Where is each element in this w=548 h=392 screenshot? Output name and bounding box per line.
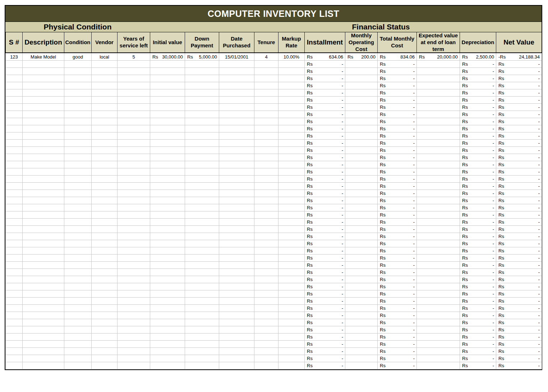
cell-depreciation[interactable]: Rs - xyxy=(460,233,496,240)
cell-condition[interactable] xyxy=(64,82,92,89)
cell-tenure[interactable] xyxy=(254,276,278,283)
cell-down-payment[interactable] xyxy=(185,362,219,369)
cell-years-of-service[interactable] xyxy=(118,89,150,96)
cell-serial[interactable] xyxy=(6,125,23,132)
cell-serial[interactable] xyxy=(6,290,23,297)
cell-condition[interactable] xyxy=(64,218,92,225)
cell-serial[interactable] xyxy=(6,204,23,211)
cell-depreciation[interactable]: Rs - xyxy=(460,211,496,218)
cell-markup-rate[interactable] xyxy=(278,254,305,261)
cell-years-of-service[interactable] xyxy=(118,182,150,190)
cell-net-value[interactable]: -Rs 24,188.34 xyxy=(496,53,542,60)
cell-down-payment[interactable] xyxy=(185,312,219,319)
cell-net-value[interactable]: Rs - xyxy=(496,197,542,204)
cell-vendor[interactable] xyxy=(92,132,118,139)
cell-monthly-operating-cost[interactable] xyxy=(345,340,378,347)
cell-monthly-operating-cost[interactable] xyxy=(345,75,378,82)
cell-down-payment[interactable] xyxy=(185,60,219,67)
cell-date-purchased[interactable] xyxy=(219,190,254,197)
cell-condition[interactable] xyxy=(64,118,92,125)
cell-tenure[interactable] xyxy=(254,319,278,326)
cell-tenure[interactable] xyxy=(254,190,278,197)
cell-monthly-operating-cost[interactable] xyxy=(345,276,378,283)
cell-markup-rate[interactable] xyxy=(278,247,305,254)
cell-total-monthly-cost[interactable]: Rs - xyxy=(378,218,417,225)
cell-condition[interactable] xyxy=(64,132,92,139)
cell-vendor[interactable] xyxy=(92,290,118,297)
cell-description[interactable] xyxy=(23,233,64,240)
cell-initial-value[interactable] xyxy=(150,283,185,290)
cell-installment[interactable]: Rs - xyxy=(305,125,345,132)
cell-tenure[interactable] xyxy=(254,261,278,269)
cell-initial-value[interactable] xyxy=(150,161,185,168)
cell-serial[interactable] xyxy=(6,103,23,111)
cell-installment[interactable]: Rs - xyxy=(305,347,345,355)
cell-description[interactable] xyxy=(23,60,64,67)
cell-down-payment[interactable] xyxy=(185,211,219,218)
cell-markup-rate[interactable] xyxy=(278,240,305,247)
cell-tenure[interactable] xyxy=(254,254,278,261)
cell-down-payment[interactable] xyxy=(185,139,219,146)
cell-expected-value[interactable] xyxy=(417,312,460,319)
cell-serial[interactable] xyxy=(6,247,23,254)
cell-net-value[interactable]: Rs - xyxy=(496,96,542,103)
cell-installment[interactable]: Rs - xyxy=(305,304,345,312)
cell-down-payment[interactable] xyxy=(185,297,219,304)
cell-initial-value[interactable] xyxy=(150,204,185,211)
cell-date-purchased[interactable] xyxy=(219,60,254,67)
cell-markup-rate[interactable] xyxy=(278,276,305,283)
cell-down-payment[interactable] xyxy=(185,182,219,190)
cell-tenure[interactable]: 4 xyxy=(254,53,278,60)
cell-installment[interactable]: Rs - xyxy=(305,118,345,125)
cell-tenure[interactable] xyxy=(254,118,278,125)
cell-date-purchased[interactable] xyxy=(219,67,254,75)
cell-expected-value[interactable] xyxy=(417,326,460,333)
cell-serial[interactable] xyxy=(6,190,23,197)
cell-date-purchased[interactable] xyxy=(219,103,254,111)
cell-down-payment[interactable]: Rs 5,000.00 xyxy=(185,53,219,60)
cell-net-value[interactable]: Rs - xyxy=(496,111,542,118)
cell-tenure[interactable] xyxy=(254,75,278,82)
cell-net-value[interactable]: Rs - xyxy=(496,211,542,218)
cell-net-value[interactable]: Rs - xyxy=(496,146,542,154)
cell-installment[interactable]: Rs - xyxy=(305,211,345,218)
cell-condition[interactable] xyxy=(64,290,92,297)
cell-serial[interactable] xyxy=(6,197,23,204)
cell-years-of-service[interactable]: 5 xyxy=(118,53,150,60)
col-header-installment[interactable]: Installment xyxy=(305,32,345,53)
cell-down-payment[interactable] xyxy=(185,197,219,204)
cell-initial-value[interactable] xyxy=(150,333,185,340)
cell-monthly-operating-cost[interactable] xyxy=(345,211,378,218)
cell-years-of-service[interactable] xyxy=(118,233,150,240)
cell-expected-value[interactable] xyxy=(417,197,460,204)
cell-net-value[interactable]: Rs - xyxy=(496,347,542,355)
cell-down-payment[interactable] xyxy=(185,319,219,326)
cell-condition[interactable] xyxy=(64,225,92,233)
cell-expected-value[interactable] xyxy=(417,290,460,297)
cell-expected-value[interactable] xyxy=(417,355,460,362)
cell-total-monthly-cost[interactable]: Rs 834.06 xyxy=(378,53,417,60)
cell-depreciation[interactable]: Rs - xyxy=(460,125,496,132)
cell-initial-value[interactable] xyxy=(150,326,185,333)
cell-installment[interactable]: Rs - xyxy=(305,297,345,304)
cell-description[interactable] xyxy=(23,197,64,204)
cell-total-monthly-cost[interactable]: Rs - xyxy=(378,67,417,75)
cell-serial[interactable] xyxy=(6,96,23,103)
cell-net-value[interactable]: Rs - xyxy=(496,269,542,276)
cell-net-value[interactable]: Rs - xyxy=(496,139,542,146)
cell-serial[interactable] xyxy=(6,89,23,96)
cell-tenure[interactable] xyxy=(254,312,278,319)
cell-total-monthly-cost[interactable]: Rs - xyxy=(378,347,417,355)
cell-total-monthly-cost[interactable]: Rs - xyxy=(378,75,417,82)
cell-description[interactable] xyxy=(23,75,64,82)
cell-years-of-service[interactable] xyxy=(118,204,150,211)
cell-years-of-service[interactable] xyxy=(118,247,150,254)
cell-years-of-service[interactable] xyxy=(118,276,150,283)
cell-installment[interactable]: Rs - xyxy=(305,182,345,190)
cell-initial-value[interactable] xyxy=(150,175,185,182)
cell-initial-value[interactable] xyxy=(150,254,185,261)
cell-description[interactable] xyxy=(23,111,64,118)
cell-installment[interactable]: Rs - xyxy=(305,233,345,240)
cell-monthly-operating-cost[interactable] xyxy=(345,197,378,204)
cell-description[interactable] xyxy=(23,182,64,190)
